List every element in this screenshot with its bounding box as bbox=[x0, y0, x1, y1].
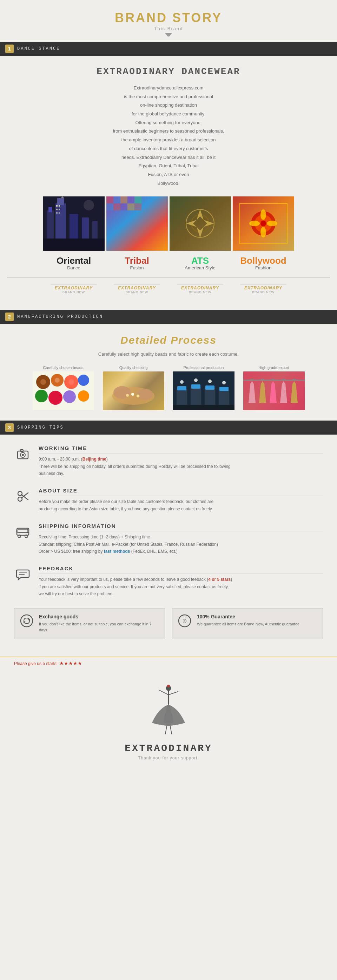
tip-shipping: SHIPPING INFORMATION Receiving time: Pro… bbox=[14, 523, 323, 555]
tip-feedback: FEEDBACK Your feedback is very important… bbox=[14, 565, 323, 597]
svg-point-41 bbox=[260, 221, 266, 226]
svg-rect-23 bbox=[134, 196, 142, 204]
camera-icon bbox=[14, 445, 32, 463]
shopping-section: WORKING TIME 9:00 a.m. - 23:00 p.m. (Bei… bbox=[0, 434, 337, 656]
guarantee-content: 100% Guarantee We guarantee all items ar… bbox=[197, 614, 300, 627]
svg-rect-93 bbox=[16, 530, 17, 533]
brand-accent: STORY bbox=[172, 11, 222, 25]
svg-rect-13 bbox=[56, 209, 57, 210]
svg-point-48 bbox=[48, 391, 62, 405]
dancer-figure bbox=[147, 683, 190, 736]
process-visual-production bbox=[173, 371, 235, 410]
svg-rect-15 bbox=[56, 212, 57, 213]
process-visual-quality bbox=[103, 371, 164, 410]
svg-rect-25 bbox=[113, 204, 120, 210]
dance-description: Extraodinarydance.aliexpress.com is the … bbox=[81, 84, 256, 188]
svg-rect-26 bbox=[120, 204, 128, 210]
section3-bar: 3 SHOPPING TIPS bbox=[0, 420, 337, 434]
ats-label-sub: American Style bbox=[169, 265, 231, 270]
process-step-quality: Quality checking bbox=[100, 366, 167, 410]
svg-point-75 bbox=[208, 380, 212, 383]
dance-label-ats: ATS American Style bbox=[169, 256, 231, 270]
dance-img-oriental bbox=[43, 196, 105, 251]
tip-working-time: WORKING TIME 9:00 a.m. - 23:00 p.m. (Bei… bbox=[14, 445, 323, 477]
brand-logo-line-2 bbox=[114, 284, 160, 285]
svg-point-73 bbox=[180, 380, 184, 384]
dance-main-title: EXTRAODINARY DANCEWEAR bbox=[7, 66, 330, 77]
chat-icon bbox=[14, 565, 32, 583]
brand-logo-1: EXTRAODINARY BRAND NEW bbox=[43, 281, 105, 296]
stars-label: Please give us 5 starts! bbox=[14, 661, 57, 666]
svg-line-105 bbox=[168, 691, 178, 695]
svg-point-9 bbox=[83, 200, 94, 210]
svg-rect-72 bbox=[219, 387, 228, 391]
svg-point-38 bbox=[260, 227, 266, 237]
section1-number: 1 bbox=[5, 45, 14, 53]
svg-point-40 bbox=[267, 221, 277, 226]
process-visual-beads bbox=[33, 371, 94, 410]
footer-brand: EXTRAODINARY bbox=[7, 743, 330, 754]
process-label-export: High grade export bbox=[240, 366, 307, 370]
svg-point-52 bbox=[55, 378, 60, 383]
process-label-production: Professional production bbox=[170, 366, 237, 370]
svg-point-74 bbox=[194, 379, 198, 382]
section2-title: MANUFACTURING PRODUCTION bbox=[17, 314, 103, 319]
about-size-text: Before you make the order please see our… bbox=[38, 498, 323, 512]
process-label-beads: Carefully chosen beads bbox=[30, 366, 97, 370]
brand-logos: EXTRAODINARY BRAND NEW EXTRAODINARY BRAN… bbox=[7, 277, 330, 299]
svg-rect-65 bbox=[177, 389, 187, 405]
svg-point-56 bbox=[113, 386, 131, 399]
svg-rect-67 bbox=[204, 388, 215, 405]
svg-rect-20 bbox=[113, 196, 120, 204]
svg-rect-2 bbox=[48, 207, 52, 212]
svg-rect-28 bbox=[134, 204, 142, 210]
process-visual-export bbox=[243, 371, 305, 410]
svg-rect-4 bbox=[57, 198, 64, 205]
svg-point-37 bbox=[260, 209, 266, 220]
svg-point-51 bbox=[40, 379, 46, 385]
exchange-content: Exchange goods If you don't like the ite… bbox=[39, 614, 160, 633]
svg-point-50 bbox=[78, 390, 89, 402]
svg-rect-19 bbox=[106, 196, 113, 204]
process-title: Detailed Process bbox=[7, 334, 330, 346]
brand-logo-new-4: BRAND NEW bbox=[235, 290, 292, 294]
svg-rect-22 bbox=[128, 196, 134, 204]
svg-rect-12 bbox=[59, 205, 60, 207]
svg-rect-24 bbox=[106, 204, 113, 210]
svg-point-39 bbox=[249, 221, 260, 226]
svg-line-107 bbox=[170, 726, 172, 734]
svg-point-83 bbox=[22, 454, 24, 456]
svg-point-63 bbox=[137, 395, 139, 398]
section1-title: DANCE STANCE bbox=[17, 46, 60, 51]
svg-point-76 bbox=[222, 381, 226, 384]
section2-bar: 2 MANUFACTURING PRODUCTION bbox=[0, 310, 337, 324]
svg-point-96 bbox=[21, 615, 33, 627]
svg-rect-5 bbox=[70, 214, 78, 239]
header-divider-icon bbox=[165, 33, 172, 37]
section1-bar: 1 DANCE STANCE bbox=[0, 42, 337, 56]
guarantee-text: We guarantee all items are Brand New, Au… bbox=[197, 621, 300, 627]
tribal-label-main: Tribal bbox=[106, 256, 168, 265]
svg-point-47 bbox=[35, 390, 48, 402]
dance-label-tribal: Tribal Fusion bbox=[106, 256, 168, 270]
svg-point-46 bbox=[78, 375, 89, 386]
exchange-title: Exchange goods bbox=[39, 614, 160, 619]
svg-rect-68 bbox=[219, 390, 229, 405]
working-time-content: WORKING TIME 9:00 a.m. - 23:00 p.m. (Bei… bbox=[38, 445, 323, 477]
svg-rect-82 bbox=[20, 450, 23, 452]
brand-logo-text-3: EXTRAODINARY bbox=[171, 285, 229, 290]
header: BRAND STORY This Brand bbox=[0, 0, 337, 42]
svg-rect-10 bbox=[43, 239, 105, 251]
stars-row: Please give us 5 starts! ★★★★★ bbox=[0, 657, 337, 669]
svg-line-104 bbox=[159, 690, 168, 695]
svg-point-61 bbox=[126, 394, 129, 397]
shipping-content: SHIPPING INFORMATION Receiving time: Pro… bbox=[38, 523, 323, 555]
dance-labels: Oriental Dance Tribal Fusion ATS America… bbox=[7, 256, 330, 270]
brand-subtitle: This Brand bbox=[0, 26, 337, 31]
svg-rect-71 bbox=[205, 385, 214, 390]
svg-point-49 bbox=[63, 390, 76, 403]
working-time-title: WORKING TIME bbox=[38, 445, 323, 453]
process-step-export: High grade export bbox=[240, 366, 307, 410]
dance-label-oriental: Oriental Dance bbox=[43, 256, 105, 270]
feedback-title: FEEDBACK bbox=[38, 565, 323, 574]
